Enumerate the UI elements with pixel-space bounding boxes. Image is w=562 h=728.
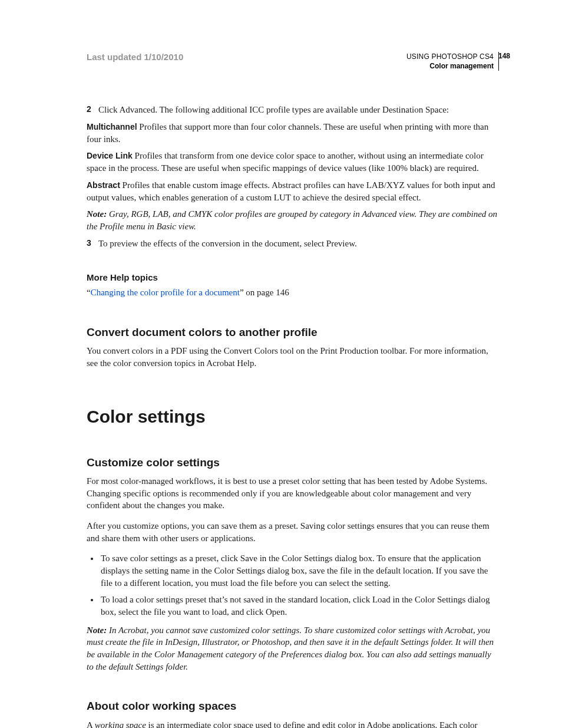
header-right: USING PHOTOSHOP CS4 Color management: [406, 52, 499, 71]
more-help-line: “Changing the color profile for a docume…: [87, 286, 499, 299]
note-text: In Acrobat, you cannot save customized c…: [87, 625, 494, 671]
about-paragraph: A working space is an intermediate color…: [87, 719, 499, 728]
definition-abstract: Abstract Profiles that enable custom ima…: [87, 179, 499, 203]
page-body: 2 Click Advanced. The following addition…: [87, 104, 499, 728]
help-link-change-profile[interactable]: Changing the color profile for a documen…: [91, 288, 240, 297]
term-label: Multichannel: [87, 122, 137, 131]
term-text: Profiles that support more than four col…: [87, 122, 488, 144]
heading-customize: Customize color settings: [87, 455, 499, 470]
step-text: To preview the effects of the conversion…: [98, 238, 357, 250]
step-number: 2: [87, 104, 98, 116]
quote-open: “: [87, 288, 91, 297]
note-acrobat: Note: In Acrobat, you cannot save custom…: [87, 624, 499, 673]
chapter-title: Color management: [406, 61, 494, 71]
definition-multichannel: Multichannel Profiles that support more …: [87, 121, 499, 145]
heading-about-working-spaces: About color working spaces: [87, 699, 499, 714]
note-advanced-view: Note: Gray, RGB, LAB, and CMYK color pro…: [87, 208, 499, 232]
heading-color-settings: Color settings: [87, 404, 499, 429]
customize-paragraph-2: After you customize options, you can sav…: [87, 520, 499, 544]
note-text: Gray, RGB, LAB, and CMYK color profiles …: [87, 209, 497, 231]
heading-convert-colors: Convert document colors to another profi…: [87, 325, 499, 340]
page-header: Last updated 1/10/2010 USING PHOTOSHOP C…: [87, 52, 499, 71]
step-3: 3 To preview the effects of the conversi…: [87, 238, 499, 250]
term-label: Abstract: [87, 180, 120, 190]
last-updated: Last updated 1/10/2010: [87, 52, 183, 62]
term-label: Device Link: [87, 151, 133, 160]
about-em: working space: [95, 720, 146, 728]
definition-device-link: Device Link Profiles that transform from…: [87, 150, 499, 174]
step-text: Click Advanced. The following additional…: [98, 104, 449, 116]
list-item: To save color settings as a preset, clic…: [100, 552, 499, 589]
about-pre: A: [87, 720, 95, 728]
note-label: Note:: [87, 625, 107, 635]
book-title: USING PHOTOSHOP CS4: [406, 52, 494, 61]
list-item: To load a color settings preset that’s n…: [100, 594, 499, 618]
customize-bullets: To save color settings as a preset, clic…: [87, 552, 499, 618]
convert-colors-paragraph: You convert colors in a PDF using the Co…: [87, 345, 499, 369]
page: 148 Last updated 1/10/2010 USING PHOTOSH…: [0, 0, 562, 728]
term-text: Profiles that transform from one device …: [87, 151, 484, 173]
more-help-heading: More Help topics: [87, 272, 499, 284]
help-link-tail: ” on page 146: [240, 288, 289, 297]
about-post: is an intermediate color space used to d…: [87, 720, 489, 728]
step-number: 3: [87, 238, 98, 250]
step-2: 2 Click Advanced. The following addition…: [87, 104, 499, 116]
customize-paragraph-1: For most color-managed workflows, it is …: [87, 475, 499, 512]
note-label: Note:: [87, 209, 107, 219]
page-number: 148: [498, 52, 510, 60]
term-text: Profiles that enable custom image effect…: [87, 180, 495, 202]
